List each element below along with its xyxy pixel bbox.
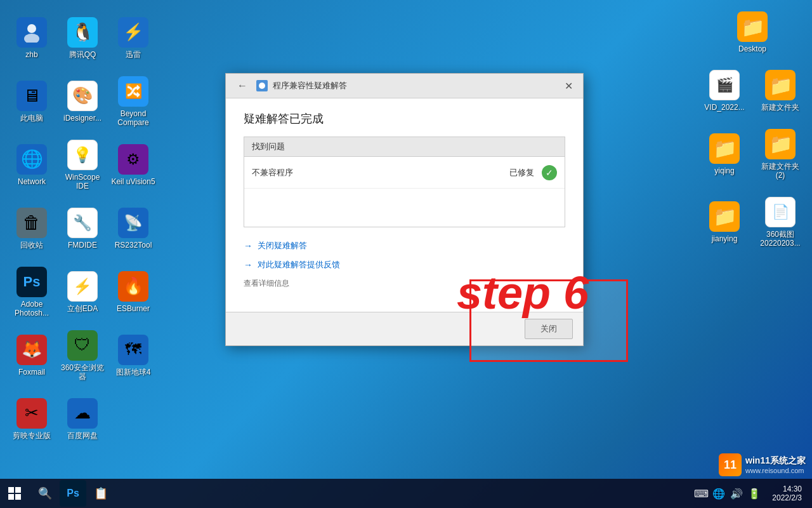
desktop-icon-lichuang[interactable]: ⚡ 立创EDA <box>57 260 108 324</box>
baidu-label: 百度网盘 <box>67 431 98 440</box>
issues-table-row: 不兼容程序 已修复 ✓ <box>244 157 565 189</box>
newfolder2-label: 新建文件夹(2) <box>757 162 803 180</box>
desktop-icon-qq[interactable]: 🐧 腾讯QQ <box>57 6 108 70</box>
detail-link[interactable]: 查看详细信息 <box>244 278 565 289</box>
desktop-icon-beyond-compare[interactable]: 🔀 Beyond Compare <box>108 70 159 133</box>
taskbar-clock[interactable]: 14:30 2022/2/3 <box>767 485 807 502</box>
close-button[interactable]: 关闭 <box>525 319 573 339</box>
recycle-icon: 🗑 <box>16 208 47 238</box>
svg-rect-3 <box>8 487 14 493</box>
dialog-body: 疑难解答已完成 找到问题 不兼容程序 已修复 ✓ → 关闭疑难解答 → 对此疑难… <box>226 98 583 312</box>
xunlei-label: 迅雷 <box>126 50 141 59</box>
desktop-icon-network[interactable]: 🌐 Network <box>6 133 57 197</box>
start-button[interactable] <box>0 479 29 508</box>
svg-point-0 <box>27 24 36 33</box>
xunlei-icon: ⚡ <box>118 17 148 48</box>
photoshop-icon: Ps <box>16 267 47 297</box>
clock-time: 14:30 <box>772 485 802 493</box>
desktop-icon-360capture[interactable]: 📄 360截图 20220203... <box>755 192 806 253</box>
esburner-icon: 🔥 <box>118 271 148 302</box>
tray-battery[interactable]: 🔋 <box>747 486 762 501</box>
newfolder-label: 新建文件夹 <box>761 103 799 112</box>
tutu-label: 图新地球4 <box>116 368 151 377</box>
desktop-icon-foxmail[interactable]: 🦊 Foxmail <box>6 324 57 387</box>
newfolder-icon: 📁 <box>765 70 796 100</box>
desktop-icons-left: zhb 🐧 腾讯QQ ⚡ 迅雷 🖥 此电脑 🎨 iDesigner... 🔀 B… <box>6 6 159 451</box>
desktop-icon-yiqing[interactable]: 📁 yiqing <box>699 124 750 185</box>
newfolder2-icon: 📁 <box>765 129 796 159</box>
issue-problem-text: 不兼容程序 <box>252 167 509 178</box>
idesigner-label: iDesigner... <box>63 114 102 123</box>
taskbar-search[interactable]: 🔍 <box>32 480 58 507</box>
tray-network[interactable]: 🌐 <box>711 486 726 501</box>
taskbar-tray: ⌨ 🌐 🔊 🔋 <box>693 486 762 501</box>
desktop-icon-jianying[interactable]: ✂ 剪映专业版 <box>6 387 57 451</box>
360browser-label: 360安全浏览器 <box>60 363 105 382</box>
dialog-back-button[interactable]: ← <box>233 79 251 93</box>
svg-rect-5 <box>8 494 14 500</box>
tutu-icon: 🗺 <box>118 335 148 365</box>
close-troubleshoot-text[interactable]: 关闭疑难解答 <box>258 240 307 251</box>
desktop-icon-desktop[interactable]: 📁 Desktop <box>727 6 778 58</box>
thispc-label: 此电脑 <box>20 114 43 123</box>
close-troubleshoot-link[interactable]: → 关闭疑难解答 <box>244 240 565 251</box>
tray-volume[interactable]: 🔊 <box>729 486 744 501</box>
watermark-site: win11系统之家 <box>745 455 806 467</box>
yiqing-label: yiqing <box>714 166 734 175</box>
desktop-icon-newfolder[interactable]: 📁 新建文件夹 <box>755 65 806 117</box>
issues-table-empty-row <box>244 189 565 227</box>
fmdide-icon: 🔧 <box>67 208 98 238</box>
dialog-footer: 关闭 <box>226 312 583 345</box>
desktop-icon-360browser[interactable]: 🛡 360安全浏览器 <box>57 324 108 387</box>
taskbar-photoshop[interactable]: Ps <box>60 480 86 507</box>
watermark-text-block: win11系统之家 www.reisound.com <box>745 455 806 474</box>
thispc-icon: 🖥 <box>16 81 47 111</box>
desktop-icon-rs232[interactable]: 📡 RS232Tool <box>108 197 159 260</box>
vid2022-icon: 🎬 <box>709 70 740 100</box>
desktop-icon-newfolder2[interactable]: 📁 新建文件夹(2) <box>755 124 806 185</box>
network-icon: 🌐 <box>16 144 47 175</box>
idesigner-icon: 🎨 <box>67 81 98 111</box>
watermark-url: www.reisound.com <box>745 467 806 474</box>
feedback-link[interactable]: → 对此疑难解答提供反馈 <box>244 259 565 271</box>
zhb-icon <box>16 17 47 48</box>
issue-status-text: 已修复 <box>509 167 534 178</box>
yiqing-icon: 📁 <box>709 133 740 164</box>
jianying-right-icon: 📁 <box>709 201 740 232</box>
foxmail-label: Foxmail <box>18 368 45 377</box>
tray-keyboard[interactable]: ⌨ <box>693 486 709 501</box>
desktop-icons-right: 📁 Desktop 🎬 VID_2022... 📁 新建文件夹 📁 yiqing… <box>699 6 806 253</box>
taskbar: 🔍 Ps 📋 ⌨ 🌐 🔊 🔋 14:30 2022/2/3 <box>0 479 812 508</box>
taskbar-task3[interactable]: 📋 <box>88 480 114 507</box>
desktop-icon-keil[interactable]: ⚙ Keil uVision5 <box>108 133 159 197</box>
desktop-icon-esburner[interactable]: 🔥 ESBurner <box>108 260 159 324</box>
desktop-icon-jianying-right[interactable]: 📁 jianying <box>699 192 750 253</box>
feedback-link-text[interactable]: 对此疑难解答提供反馈 <box>258 259 340 271</box>
dialog-close-x-button[interactable]: ✕ <box>561 79 575 93</box>
lichuang-label: 立创EDA <box>67 304 98 313</box>
desktop-icon-vid2022[interactable]: 🎬 VID_2022... <box>699 65 750 117</box>
desktop-icon-idesigner[interactable]: 🎨 iDesigner... <box>57 70 108 133</box>
desktop-icon-recycle[interactable]: 🗑 回收站 <box>6 197 57 260</box>
desktop-icon-tutu[interactable]: 🗺 图新地球4 <box>108 324 159 387</box>
watermark-logo: 11 <box>719 453 742 476</box>
desktop-icon-zhb[interactable]: zhb <box>6 6 57 70</box>
watermark: 11 win11系统之家 www.reisound.com <box>719 453 806 476</box>
fmdide-label: FMDIDE <box>68 241 97 250</box>
desktop-folder-icon: 📁 <box>737 11 768 42</box>
qq-label: 腾讯QQ <box>69 50 96 59</box>
issue-fixed-icon: ✓ <box>542 165 557 180</box>
desktop-icon-baidu[interactable]: ☁ 百度网盘 <box>57 387 108 451</box>
desktop-icon-thispc[interactable]: 🖥 此电脑 <box>6 70 57 133</box>
360browser-icon: 🛡 <box>67 330 98 361</box>
clock-date: 2022/2/3 <box>772 493 802 502</box>
jianying-icon: ✂ <box>16 398 47 429</box>
dialog-titlebar-left: ← 程序兼容性疑难解答 <box>233 79 347 93</box>
desktop-icon-winscope[interactable]: 💡 WinScope IDE <box>57 133 108 197</box>
network-label: Network <box>18 177 46 186</box>
lichuang-icon: ⚡ <box>67 271 98 302</box>
desktop-icon-fmdide[interactable]: 🔧 FMDIDE <box>57 197 108 260</box>
desktop-icon-photoshop[interactable]: Ps Adobe Photosh... <box>6 260 57 324</box>
dialog-heading: 疑难解答已完成 <box>244 111 565 126</box>
desktop-icon-xunlei[interactable]: ⚡ 迅雷 <box>108 6 159 70</box>
